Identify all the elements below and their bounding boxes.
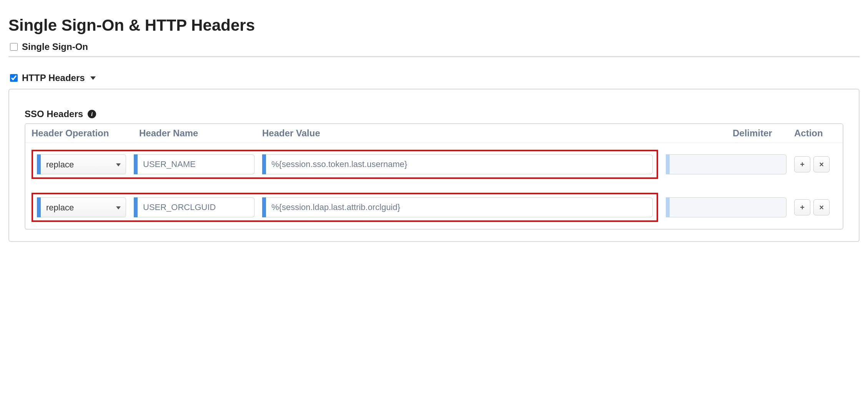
sso-label: Single Sign-On	[22, 41, 88, 52]
header-name-field	[134, 197, 254, 217]
info-icon[interactable]: i	[88, 110, 96, 118]
delimiter-field	[666, 197, 787, 217]
headers-grid: Header Operation Header Name Header Valu…	[25, 123, 843, 230]
section-http-headers[interactable]: HTTP Headers	[8, 73, 860, 83]
col-header-value: Header Value	[262, 128, 725, 139]
delimiter-field	[666, 154, 787, 174]
grid-header-row: Header Operation Header Name Header Valu…	[25, 124, 843, 143]
col-header-action: Action	[794, 128, 836, 139]
field-accent-bar	[37, 197, 41, 217]
remove-row-button[interactable]: ×	[813, 156, 830, 172]
add-row-button[interactable]: +	[794, 199, 810, 215]
header-value-field	[262, 197, 653, 217]
add-row-button[interactable]: +	[794, 156, 810, 172]
action-buttons: + ×	[794, 199, 836, 215]
header-value-input[interactable]	[266, 154, 653, 174]
highlighted-group: replace	[32, 150, 658, 179]
header-name-input[interactable]	[138, 154, 254, 174]
col-header-operation: Header Operation	[32, 128, 131, 139]
header-name-input[interactable]	[138, 197, 254, 217]
delimiter-input[interactable]	[670, 154, 787, 174]
page-root: Single Sign-On & HTTP Headers Single Sig…	[0, 0, 868, 251]
panel-heading-label: SSO Headers	[25, 109, 83, 119]
header-operation-field: replace	[37, 154, 126, 174]
divider	[8, 56, 860, 57]
delimiter-input[interactable]	[670, 197, 787, 217]
field-accent-bar	[134, 197, 138, 217]
header-value-input[interactable]	[266, 197, 653, 217]
header-operation-select[interactable]: replace	[41, 197, 126, 217]
section-sso: Single Sign-On	[8, 41, 860, 52]
http-headers-label: HTTP Headers	[22, 73, 85, 83]
header-name-field	[134, 154, 254, 174]
sso-checkbox[interactable]	[10, 43, 18, 51]
http-headers-checkbox[interactable]	[10, 74, 18, 82]
field-accent-bar	[262, 197, 266, 217]
field-accent-bar	[666, 154, 670, 174]
table-row: replace	[25, 186, 843, 229]
col-header-delimiter: Delimiter	[733, 128, 787, 139]
field-accent-bar	[134, 154, 138, 174]
field-accent-bar	[666, 197, 670, 217]
panel-heading: SSO Headers i	[25, 109, 843, 119]
header-operation-field: replace	[37, 197, 126, 217]
field-accent-bar	[37, 154, 41, 174]
col-header-name: Header Name	[139, 128, 254, 139]
plus-icon: +	[800, 203, 805, 212]
page-title: Single Sign-On & HTTP Headers	[8, 16, 860, 35]
chevron-down-icon[interactable]	[90, 76, 96, 80]
action-buttons: + ×	[794, 156, 836, 172]
highlighted-group: replace	[32, 193, 658, 222]
plus-icon: +	[800, 160, 805, 169]
header-value-field	[262, 154, 653, 174]
remove-row-button[interactable]: ×	[813, 199, 830, 215]
table-row: replace	[25, 143, 843, 186]
close-icon: ×	[819, 203, 824, 212]
close-icon: ×	[819, 160, 824, 169]
field-accent-bar	[262, 154, 266, 174]
header-operation-select[interactable]: replace	[41, 154, 126, 174]
http-headers-panel: SSO Headers i Header Operation Header Na…	[8, 89, 860, 242]
